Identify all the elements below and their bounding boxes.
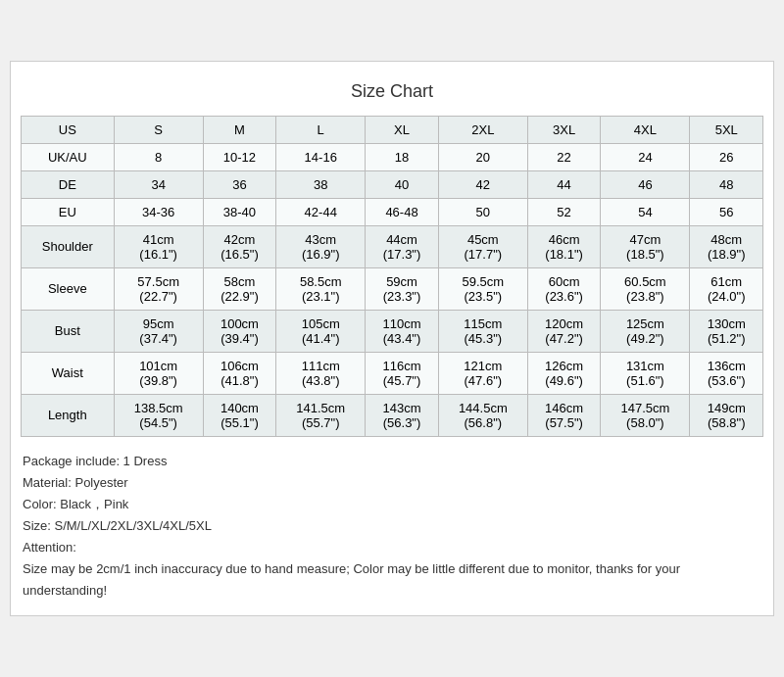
table-cell: 101cm(39.8") (114, 352, 203, 394)
row-label: UK/AU (22, 143, 115, 170)
note-line: Color: Black，Pink (23, 494, 761, 515)
table-cell: 44cm(17.3") (366, 225, 438, 267)
table-cell: 41cm(16.1") (114, 225, 203, 267)
note-line: Attention: (23, 537, 761, 558)
table-cell: 111cm(43.8") (276, 352, 366, 394)
row-label: US (22, 116, 115, 143)
note-line: Size: S/M/L/XL/2XL/3XL/4XL/5XL (23, 515, 761, 537)
table-cell: 95cm(37.4") (114, 310, 203, 352)
table-cell: 42 (438, 170, 527, 198)
table-cell: 8 (114, 143, 203, 170)
table-cell: 125cm(49.2") (601, 310, 690, 352)
table-cell: 18 (366, 143, 438, 170)
note-line: Material: Polyester (23, 472, 761, 494)
table-cell: 146cm(57.5") (527, 394, 600, 436)
table-cell: 24 (601, 143, 690, 170)
table-cell: 60cm(23.6") (527, 267, 600, 310)
table-cell: 58cm(22.9") (203, 267, 275, 310)
table-cell: 56 (690, 198, 763, 225)
table-cell: 52 (527, 198, 600, 225)
row-label: Waist (22, 352, 115, 394)
table-cell: 3XL (527, 116, 600, 143)
row-label: EU (22, 198, 115, 225)
table-cell: 36 (203, 170, 275, 198)
note-line: Package include: 1 Dress (23, 451, 761, 472)
table-cell: XL (366, 116, 438, 143)
table-row: Shoulder41cm(16.1")42cm(16.5")43cm(16.9"… (22, 225, 763, 267)
table-row: Length138.5cm(54.5")140cm(55.1")141.5cm(… (22, 394, 763, 436)
table-cell: 10-12 (203, 143, 275, 170)
table-cell: 46cm(18.1") (527, 225, 600, 267)
table-cell: 38 (276, 170, 366, 198)
table-cell: S (114, 116, 203, 143)
table-cell: 2XL (438, 116, 527, 143)
table-row: EU34-3638-4042-4446-4850525456 (22, 198, 763, 225)
table-cell: 149cm(58.8") (690, 394, 763, 436)
table-cell: 26 (690, 143, 763, 170)
table-cell: 121cm(47.6") (438, 352, 527, 394)
table-cell: 130cm(51.2") (690, 310, 763, 352)
row-label: DE (22, 170, 115, 198)
table-cell: 4XL (601, 116, 690, 143)
table-cell: 144.5cm(56.8") (438, 394, 527, 436)
table-cell: 61cm(24.0") (690, 267, 763, 310)
table-row: UK/AU810-1214-161820222426 (22, 143, 763, 170)
table-cell: 105cm(41.4") (276, 310, 366, 352)
table-cell: 106cm(41.8") (203, 352, 275, 394)
table-cell: 60.5cm(23.8") (601, 267, 690, 310)
table-cell: 14-16 (276, 143, 366, 170)
note-line: Size may be 2cm/1 inch inaccuracy due to… (23, 558, 761, 602)
table-cell: 110cm(43.4") (366, 310, 438, 352)
row-label: Bust (22, 310, 115, 352)
size-chart-container: Size Chart USSMLXL2XL3XL4XL5XLUK/AU810-1… (10, 61, 774, 617)
table-cell: 44 (527, 170, 600, 198)
table-cell: 138.5cm(54.5") (114, 394, 203, 436)
table-cell: 40 (366, 170, 438, 198)
row-label: Sleeve (22, 267, 115, 310)
table-cell: 116cm(45.7") (366, 352, 438, 394)
table-cell: 143cm(56.3") (366, 394, 438, 436)
size-table: USSMLXL2XL3XL4XL5XLUK/AU810-1214-1618202… (21, 116, 763, 437)
table-cell: 43cm(16.9") (276, 225, 366, 267)
table-cell: 131cm(51.6") (601, 352, 690, 394)
table-cell: 42cm(16.5") (203, 225, 275, 267)
table-cell: 126cm(49.6") (527, 352, 600, 394)
table-cell: 34-36 (114, 198, 203, 225)
table-cell: 46-48 (366, 198, 438, 225)
table-cell: 48 (690, 170, 763, 198)
row-label: Length (22, 394, 115, 436)
table-cell: 59.5cm(23.5") (438, 267, 527, 310)
table-cell: 147.5cm(58.0") (601, 394, 690, 436)
table-cell: 57.5cm(22.7") (114, 267, 203, 310)
table-cell: 38-40 (203, 198, 275, 225)
row-label: Shoulder (22, 225, 115, 267)
table-cell: 5XL (690, 116, 763, 143)
table-row: Bust95cm(37.4")100cm(39.4")105cm(41.4")1… (22, 310, 763, 352)
table-cell: 141.5cm(55.7") (276, 394, 366, 436)
table-cell: 45cm(17.7") (438, 225, 527, 267)
table-row: Sleeve57.5cm(22.7")58cm(22.9")58.5cm(23.… (22, 267, 763, 310)
table-cell: 136cm(53.6") (690, 352, 763, 394)
table-cell: 59cm(23.3") (366, 267, 438, 310)
table-cell: 48cm(18.9") (690, 225, 763, 267)
table-cell: 54 (601, 198, 690, 225)
table-cell: 140cm(55.1") (203, 394, 275, 436)
table-cell: 58.5cm(23.1") (276, 267, 366, 310)
notes-section: Package include: 1 DressMaterial: Polyes… (21, 447, 763, 606)
table-cell: 120cm(47.2") (527, 310, 600, 352)
table-cell: 50 (438, 198, 527, 225)
table-cell: 47cm(18.5") (601, 225, 690, 267)
table-cell: 22 (527, 143, 600, 170)
table-cell: 115cm(45.3") (438, 310, 527, 352)
table-row: DE3436384042444648 (22, 170, 763, 198)
table-cell: L (276, 116, 366, 143)
table-cell: 20 (438, 143, 527, 170)
table-row: USSMLXL2XL3XL4XL5XL (22, 116, 763, 143)
table-cell: 46 (601, 170, 690, 198)
chart-title: Size Chart (21, 72, 763, 116)
table-cell: M (203, 116, 275, 143)
table-cell: 100cm(39.4") (203, 310, 275, 352)
table-row: Waist101cm(39.8")106cm(41.8")111cm(43.8"… (22, 352, 763, 394)
table-cell: 42-44 (276, 198, 366, 225)
table-cell: 34 (114, 170, 203, 198)
